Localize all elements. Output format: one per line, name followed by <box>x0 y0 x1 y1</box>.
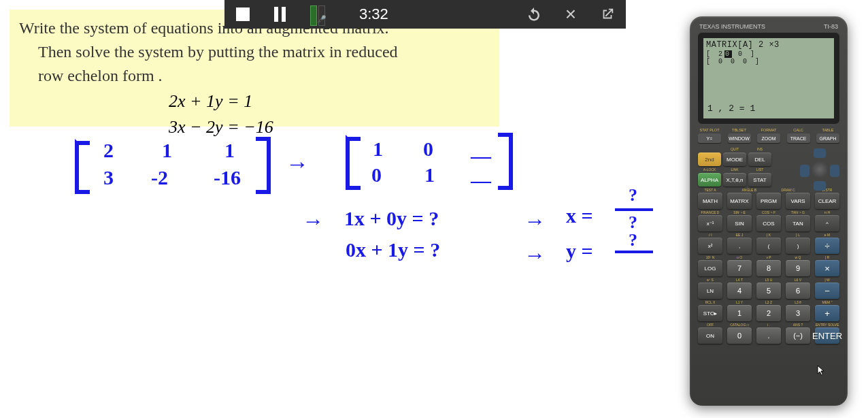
key-label: } L <box>786 233 810 238</box>
key-label: CATALOG □ <box>727 323 752 327</box>
pause-button[interactable] <box>261 0 298 29</box>
key-label: ANGLE B <box>737 188 761 193</box>
key-[interactable]: . <box>756 327 781 344</box>
key-label: SIN⁻¹ E <box>727 210 752 215</box>
problem-line2: Then solve the system by putting the mat… <box>19 40 490 64</box>
share-button[interactable] <box>589 0 626 29</box>
key-[interactable]: ) <box>786 238 810 254</box>
key-0[interactable]: 0 <box>727 327 752 344</box>
key-enter[interactable]: ENTER <box>815 327 839 344</box>
key-[interactable]: ^ <box>815 215 839 231</box>
key-log[interactable]: LOG <box>698 260 722 276</box>
key-label: w Q <box>786 255 810 260</box>
key-x[interactable]: x² <box>698 238 722 254</box>
arrow-3: → <box>524 208 546 234</box>
key-2[interactable]: 2 <box>756 305 781 321</box>
key-[interactable]: (−) <box>786 327 810 344</box>
key-label: L2 Z <box>756 300 781 305</box>
key-label: v P <box>756 255 781 260</box>
result-x: x = <box>566 204 593 227</box>
key-on[interactable]: ON <box>698 327 722 344</box>
ti83-calculator: TEXAS INSTRUMENTS TI-83 MATRIX[A] 2 ×3 [… <box>690 16 848 406</box>
key-[interactable]: , <box>727 238 752 254</box>
top-button-row: Y=WINDOWZOOMTRACEGRAPH <box>698 133 839 143</box>
m2-r2c1: 0 <box>371 163 382 187</box>
key-2nd[interactable]: 2nd <box>698 152 721 166</box>
key-clear[interactable]: CLEAR <box>815 193 839 209</box>
m1-r1c1: 2 <box>103 139 114 162</box>
key-5[interactable]: 5 <box>756 283 781 299</box>
top-key-y=[interactable]: Y= <box>698 133 721 143</box>
audio-meter[interactable]: 🎤 <box>298 0 337 29</box>
key-x[interactable]: x⁻¹ <box>698 215 722 231</box>
brand-text: TEXAS INSTRUMENTS <box>699 23 765 30</box>
result-y: y = <box>566 240 593 263</box>
key-8[interactable]: 8 <box>756 260 781 276</box>
key-9[interactable]: 9 <box>786 260 810 276</box>
key-6[interactable]: 6 <box>786 283 810 299</box>
dpad-left[interactable] <box>800 165 809 177</box>
key-label: L4 T <box>727 278 752 283</box>
key-[interactable]: ( <box>756 238 781 254</box>
top-key-trace[interactable]: TRACE <box>787 133 810 143</box>
key-label: L5 U <box>756 278 781 283</box>
calculator-brand: TEXAS INSTRUMENTS TI-83 <box>695 22 842 33</box>
key-[interactable]: − <box>815 283 839 299</box>
close-button[interactable]: × <box>552 0 589 29</box>
key-3[interactable]: 3 <box>786 305 810 321</box>
key-xtn[interactable]: X,T,θ,n <box>723 173 746 187</box>
key-label: 10ˣ N <box>698 255 722 260</box>
top-key-zoom[interactable]: ZOOM <box>757 133 780 143</box>
top-key-window[interactable]: WINDOW <box>728 133 751 143</box>
key-stat[interactable]: STAT <box>748 173 771 187</box>
m1-r2c2: -2 <box>151 166 168 189</box>
dpad-down[interactable] <box>814 181 826 191</box>
m1-r2c1: 3 <box>103 166 114 189</box>
frac-bar-2 <box>615 251 653 253</box>
key-ln[interactable]: LN <box>698 283 722 299</box>
key-vars[interactable]: VARS <box>786 193 810 209</box>
key-[interactable]: ÷ <box>815 238 839 254</box>
model-text: TI-83 <box>824 23 838 30</box>
key-label: ] W <box>815 278 839 283</box>
equation-1: 2x + 1y = 1 <box>169 91 490 112</box>
dpad-up[interactable] <box>814 148 826 158</box>
key-label: ENTRY SOLVE <box>815 323 839 327</box>
key-alpha[interactable]: ALPHA <box>698 173 721 187</box>
frac-top-1: ? <box>629 185 637 206</box>
key-del[interactable]: DEL <box>748 152 771 166</box>
top-key-graph[interactable]: GRAPH <box>816 133 839 143</box>
key-matrx[interactable]: MATRX <box>727 193 752 209</box>
key-4[interactable]: 4 <box>727 283 752 299</box>
key-label: OFF <box>698 323 722 327</box>
bracket-right-icon-2 <box>502 135 513 188</box>
key-label: RCL X <box>698 300 722 305</box>
key-7[interactable]: 7 <box>727 260 752 276</box>
key-mode[interactable]: MODE <box>723 152 746 166</box>
fn-label: STAT PLOT <box>698 128 721 132</box>
key-[interactable]: × <box>815 260 839 276</box>
key-cos[interactable]: COS <box>756 215 781 231</box>
dpad-right[interactable] <box>830 165 839 177</box>
key-label: √ I <box>698 233 722 238</box>
m1-r2c3: -16 <box>214 166 241 189</box>
key-math[interactable]: MATH <box>698 193 722 209</box>
key-label: e M <box>815 233 839 238</box>
key-[interactable]: + <box>815 305 839 321</box>
key-1[interactable]: 1 <box>727 305 752 321</box>
screen-row1: [ 20 0 ] <box>706 50 831 59</box>
bracket-left-icon-2 <box>346 135 356 188</box>
key-tan[interactable]: TAN <box>786 215 810 231</box>
fn-label: TBLSET <box>728 128 751 132</box>
key-sto[interactable]: STO▸ <box>698 305 722 321</box>
key-label: FINANCE D <box>698 210 722 215</box>
frac-bar-1 <box>615 208 653 211</box>
restart-button[interactable] <box>516 0 552 29</box>
fn-label: FORMAT <box>757 128 780 132</box>
handwritten-work: 2 1 1 3 -2 -16 → 1 0 — 0 1 — → 1x + 0y =… <box>75 135 667 285</box>
stop-button[interactable] <box>224 0 261 29</box>
fn-label: CALC <box>787 128 810 132</box>
key-sin[interactable]: SIN <box>727 215 752 231</box>
key-prgm[interactable]: PRGM <box>756 193 781 209</box>
m2-r2c3: — <box>471 169 491 192</box>
